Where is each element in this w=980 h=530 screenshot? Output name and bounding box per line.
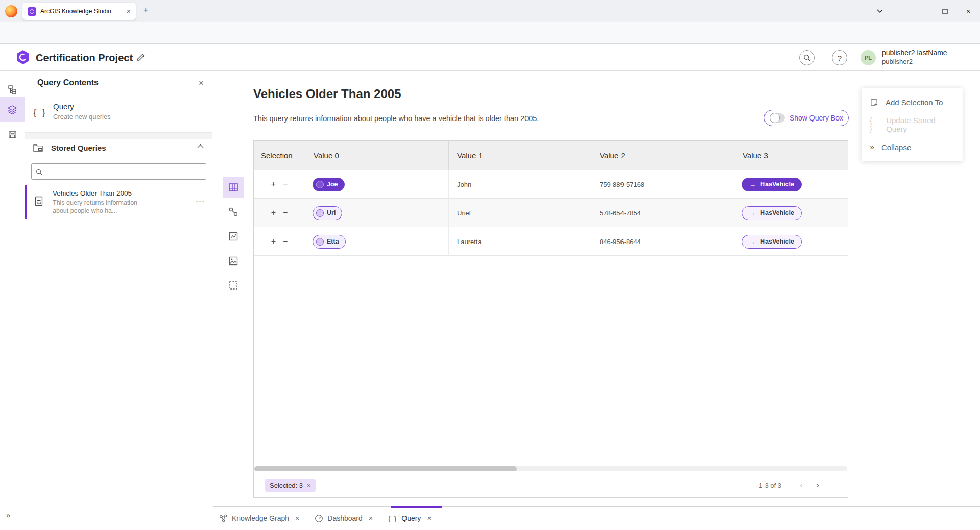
horizontal-scrollbar[interactable] [254,466,847,471]
remove-selection-icon[interactable]: − [283,237,288,246]
col-header-value3[interactable]: Value 3 [734,141,849,170]
tab-query[interactable]: { } Query × [388,514,432,522]
table-footer: Selected: 3 × 1-3 of 3 ‹ › [254,471,848,498]
menu-item-add-selection-to[interactable]: Add Selection To [862,91,963,113]
section-divider [25,133,212,139]
selection-cell: + − [254,170,305,199]
avatar[interactable]: PL [861,50,876,65]
layers-icon[interactable] [0,97,25,122]
edit-title-pencil-icon[interactable] [136,53,146,62]
toggle-label: Show Query Box [790,114,843,122]
user-info[interactable]: publisher2 lastName publisher2 [882,49,947,66]
add-selection-icon[interactable]: + [271,209,276,217]
browser-tab[interactable]: ArcGIS Knowledge Studio × [22,3,136,20]
stored-query-item[interactable]: Vehicles Older Than 2005 This query retu… [25,185,212,219]
entity-dot-icon [316,238,324,246]
selection-cell: + − [254,199,305,227]
tab-list-chevron-icon[interactable] [868,0,892,22]
table-view-icon[interactable] [223,177,244,198]
tab-close-icon[interactable]: × [127,7,131,15]
entity-cell: Uri [305,199,449,227]
pagination-range: 1-3 of 3 [759,481,781,489]
entity-pill[interactable]: Etta [313,235,346,249]
search-input[interactable] [45,168,202,176]
entity-dot-icon [316,209,324,217]
selection-cell: + − [254,227,305,256]
link-chart-view-icon[interactable] [223,202,244,222]
search-icon [36,168,42,175]
table-row[interactable]: + − Joe John 759-889-57168 →HasVehicle [254,170,848,199]
map-view-icon[interactable] [223,251,244,271]
add-selection-icon[interactable]: + [271,237,276,246]
result-description: This query returns information about peo… [253,114,539,123]
window-maximize-button[interactable] [933,0,957,22]
show-query-box-toggle[interactable]: Show Query Box [764,110,849,126]
table-header-row: Selection Value 0 Value 1 Value 2 Value … [254,141,848,170]
window-minimize-button[interactable]: – [910,0,933,22]
save-icon[interactable] [0,122,25,147]
scrollbar-thumb[interactable] [254,466,517,471]
page-previous-icon[interactable]: ‹ [795,478,808,492]
browser-navbar: ← → https://dev0028833.esri.com/portal/a… [0,22,980,44]
collapse-chevron-icon[interactable] [197,144,204,148]
new-tab-button[interactable]: + [143,5,149,16]
relationship-cell: →HasVehicle [734,199,849,227]
screen: ArcGIS Knowledge Studio × + – × ← → http… [0,0,980,530]
menu-item-collapse[interactable]: » Collapse [862,136,963,158]
page-next-icon[interactable]: › [811,478,824,492]
tab-label: Knowledge Graph [232,514,289,522]
add-selection-icon[interactable]: + [271,180,276,188]
tab-knowledge-graph[interactable]: Knowledge Graph × [219,514,299,523]
query-item-title: Query [53,102,74,111]
stored-queries-title: Stored Queries [51,143,106,152]
panel-close-icon[interactable]: × [199,79,204,87]
entity-pill[interactable]: Joe [313,178,345,191]
query-item[interactable]: { } Query Create new queries [25,95,212,133]
col-header-selection[interactable]: Selection [254,141,305,170]
tab-dashboard[interactable]: Dashboard × [315,514,373,523]
remove-selection-icon[interactable]: − [283,209,288,217]
bottom-tabbar: Knowledge Graph × Dashboard × { } Query … [213,506,980,530]
left-rail [0,71,25,530]
search-button[interactable] [799,50,815,65]
entity-pill[interactable]: Uri [313,206,342,220]
relationship-pill[interactable]: →HasVehicle [742,178,802,191]
tab-close-icon[interactable]: × [295,514,299,522]
toggle-knob[interactable] [770,113,780,123]
selected-count-chip[interactable]: Selected: 3 × [265,479,316,492]
relationship-cell: →HasVehicle [734,227,849,256]
table-row[interactable]: + − Uri Uriel 578-654-7854 →HasVehicle [254,199,848,227]
tab-close-icon[interactable]: × [369,514,373,522]
add-selection-to-icon [870,98,878,107]
relationship-pill[interactable]: →HasVehicle [742,235,802,249]
chart-view-icon[interactable] [223,226,244,247]
help-button[interactable]: ? [832,50,847,65]
remove-selection-icon[interactable]: − [283,180,288,188]
relationship-pill[interactable]: →HasVehicle [742,206,802,220]
col-header-value2[interactable]: Value 2 [591,141,734,170]
table-row[interactable]: + − Etta Lauretta 846-956-8644 →HasVehic… [254,227,848,256]
arrow-icon: → [749,238,756,246]
stored-query-options-icon[interactable]: ··· [196,196,205,205]
user-name: publisher2 lastName [882,49,947,57]
braces-icon: { } [388,515,397,522]
tab-close-icon[interactable]: × [427,514,431,522]
stored-queries-header[interactable]: Stored Queries [25,139,212,157]
window-close-button[interactable]: × [957,0,980,22]
query-contents-panel: Query Contents × { } Query Create new qu… [25,71,212,530]
browser-titlebar: ArcGIS Knowledge Studio × + – × [0,0,980,22]
folder-icon [33,143,43,153]
user-subtitle: publisher2 [882,57,947,66]
value2-cell: 759-889-57168 [591,170,734,199]
menu-item-update-stored-query[interactable]: { } Update Stored Query [862,113,963,136]
toggle-track[interactable] [770,113,785,123]
select-region-icon[interactable] [223,275,244,296]
results-table: Selection Value 0 Value 1 Value 2 Value … [253,140,848,498]
firefox-icon[interactable] [5,5,17,17]
stored-queries-searchbox[interactable] [31,163,206,180]
col-header-value1[interactable]: Value 1 [449,141,591,170]
clear-selection-icon[interactable]: × [307,481,311,489]
tab-label: Query [401,514,421,522]
expand-rail-icon[interactable]: » [6,511,10,519]
col-header-value0[interactable]: Value 0 [305,141,449,170]
